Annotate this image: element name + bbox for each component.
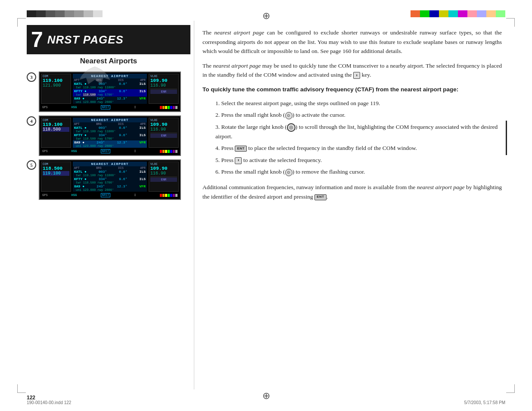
step-3-text: 3. Rotate the large right knob (◎) to sc… bbox=[215, 124, 498, 140]
screen5-8a9: 8A9 ● 243° 12.3° VFR uni 123.000 rwy 260… bbox=[73, 184, 147, 192]
bar-col-9 bbox=[486, 10, 496, 17]
screen4-wrapper: 4 COM 119.100 118.500 NEAREST AIRPORT AP… bbox=[27, 115, 190, 156]
screen4-8a9: 8A9 ● 243° 12.3° VFR uni 123.000 rwy 260… bbox=[73, 140, 147, 148]
bar-seg-5 bbox=[65, 10, 74, 17]
step-6-text: 6. Press the small right knob (⊙) to rem… bbox=[215, 168, 365, 175]
screen3-color-bar bbox=[160, 106, 177, 109]
screen3-kfty-sub: twr 118.500 rwy 5700' bbox=[74, 93, 146, 97]
chapter-number: 7 bbox=[27, 29, 47, 50]
screen3-vloc-active: 109.90 bbox=[150, 78, 177, 83]
step-circle-3: 3 bbox=[27, 72, 36, 82]
footer-right: 5/7/2003, 5:17:58 PM bbox=[464, 400, 505, 405]
corner-mark-tl bbox=[17, 18, 26, 27]
step-4: 4. Press ENT to place the selected frequ… bbox=[215, 143, 502, 153]
chapter-header: 7 NRST PAGES bbox=[27, 25, 190, 54]
step-6: 6. Press the small right knob (⊙) to rem… bbox=[215, 167, 502, 177]
screen4-bottom: GPS HSG NRST I bbox=[41, 149, 179, 154]
footer-left: 190-00140-00.indd 122 bbox=[27, 400, 71, 405]
bar-seg-1 bbox=[27, 10, 36, 17]
right-edge-marker bbox=[506, 121, 507, 155]
screen3-com-block: COM 119.100 121.900 bbox=[41, 74, 71, 104]
screen4-kfty: KFTY ● 334° 9.6° ILS twr 118.500 rwy 570… bbox=[73, 133, 147, 140]
screen5-wrapper: 5 COM 118.500 119.100 NEAREST AIRPORT AP… bbox=[27, 159, 190, 200]
screen5-com-block: COM 118.500 119.100 bbox=[41, 162, 71, 192]
ent-button-4: ENT bbox=[235, 146, 247, 152]
flip-key-icon-5: ↕ bbox=[235, 157, 242, 164]
small-knob-icon-2: ⊙ bbox=[285, 112, 292, 119]
screen3-8a9-sub: uni 123.000 rwy 2600' bbox=[74, 100, 146, 104]
airplane-graphic bbox=[78, 65, 112, 86]
screen3-kfty: KFTY ● 334° 9.6° ILS twr 118.500 rwy 570… bbox=[73, 89, 147, 97]
screen4-vloc-block: VLOC 109.90 116.90 ENR bbox=[149, 118, 179, 148]
bar-col-3 bbox=[429, 10, 439, 17]
gps-screen-5: COM 118.500 119.100 NEAREST AIRPORT APT … bbox=[39, 159, 181, 200]
bar-col-10 bbox=[496, 10, 505, 17]
screen3-katl-sub: twr 119.100 rwy 11800' bbox=[74, 86, 146, 89]
screen4-freqs: COM 119.100 118.500 NEAREST AIRPORT APT … bbox=[41, 118, 179, 148]
screen3-8a9: 8A9 ● 243° 12.3° VFR uni 123.000 rwy 260… bbox=[73, 97, 147, 104]
bar-seg-8 bbox=[93, 10, 103, 17]
chapter-title: NRST PAGES bbox=[47, 33, 124, 47]
bar-seg-3 bbox=[46, 10, 55, 17]
bar-col-1 bbox=[411, 10, 420, 17]
small-knob-icon-6: ⊙ bbox=[285, 169, 292, 176]
step-4-text: 4. Press ENT to place the selected frequ… bbox=[215, 145, 417, 151]
step-1-text: 1. Select the nearest airport page, usin… bbox=[215, 100, 380, 106]
step-2-text: 2. Press the small right knob (⊙) to act… bbox=[215, 112, 345, 118]
corner-mark-tr bbox=[506, 18, 515, 27]
screen3-kfty-main: KFTY ● 334° 9.6° ILS bbox=[74, 89, 146, 93]
screen3-enr: ENR bbox=[150, 89, 177, 94]
bar-seg-6 bbox=[74, 10, 84, 17]
right-panel: The nearest airport page can be configur… bbox=[202, 28, 502, 201]
gps-screen-4: COM 119.100 118.500 NEAREST AIRPORT APT … bbox=[39, 115, 181, 156]
bar-seg-2 bbox=[36, 10, 46, 17]
screen5-bottom: GPS HSG NRST I bbox=[41, 193, 179, 198]
ent-button-final: ENT bbox=[314, 194, 327, 200]
screen3-com-label: COM bbox=[43, 75, 69, 78]
bar-seg-7 bbox=[84, 10, 93, 17]
screen3-vloc-standby: 116.90 bbox=[150, 83, 177, 88]
screen4-com-block: COM 119.100 118.500 bbox=[41, 118, 71, 148]
step-3: 3. Rotate the large right knob (◎) to sc… bbox=[215, 122, 502, 141]
screen3-bottom: GPS HSG NRST I bbox=[41, 105, 179, 110]
header-crosshair: ⊕ bbox=[262, 10, 270, 22]
bar-col-6 bbox=[458, 10, 467, 17]
left-panel: 7 NRST PAGES Nearest Airports 3 COM 119.… bbox=[27, 25, 190, 203]
step-1: 1. Select the nearest airport page, usin… bbox=[215, 99, 502, 108]
screen5-apt-panel: NEAREST AIRPORT APT BRG DIS APR KATL ● 0… bbox=[73, 162, 147, 192]
step-5: 5. Press ↕ to activate the selected freq… bbox=[215, 156, 502, 165]
bar-col-4 bbox=[439, 10, 448, 17]
paragraph-1: The nearest airport page can be configur… bbox=[202, 28, 502, 56]
corner-mark-br bbox=[506, 384, 515, 393]
page-number: 122 bbox=[27, 395, 35, 401]
screen3-com-active: 119.100 bbox=[43, 78, 69, 83]
paragraph-2: The nearest airport page may be used to … bbox=[202, 61, 502, 80]
footer-crosshair: ⊕ bbox=[262, 390, 270, 402]
step-2: 2. Press the small right knob (⊙) to act… bbox=[215, 110, 502, 120]
paragraph-3: Additional communication frequencies, ru… bbox=[202, 183, 502, 201]
screen3-com-standby: 121.900 bbox=[43, 83, 69, 88]
bar-col-7 bbox=[467, 10, 477, 17]
screen4-katl: KATL ● 003° 0.0° ILS twr 119.100 rwy 118… bbox=[73, 126, 147, 133]
bar-col-5 bbox=[448, 10, 458, 17]
bar-seg-4 bbox=[55, 10, 65, 17]
screen4-apt-panel: NEAREST AIRPORT APT BRG DIS APR KATL ● 0… bbox=[73, 118, 147, 148]
color-bar-right bbox=[411, 10, 505, 17]
bar-col-8 bbox=[477, 10, 486, 17]
bold-intro: To quickly tune the common traffic advis… bbox=[202, 85, 502, 94]
screen5-freqs: COM 118.500 119.100 NEAREST AIRPORT APT … bbox=[41, 162, 179, 192]
screen5-kfty: KFTY ● 334° 9.6° ILS twr 118.500 rwy 570… bbox=[73, 177, 147, 184]
step-circle-5: 5 bbox=[27, 160, 36, 170]
screen3-vloc-label: VLOC bbox=[150, 75, 177, 78]
steps-list: 1. Select the nearest airport page, usin… bbox=[215, 99, 502, 177]
vertical-divider bbox=[194, 21, 194, 389]
large-knob-icon-3: ◎ bbox=[287, 123, 296, 132]
chapter-subtitle: Nearest Airports bbox=[27, 57, 190, 65]
screen5-vloc-block: VLOC 109.90 116.90 ENR bbox=[149, 162, 179, 192]
bar-col-2 bbox=[420, 10, 429, 17]
screen3-8a9-main: 8A9 ● 243° 12.3° VFR bbox=[74, 97, 146, 100]
screen3-vloc-block: VLOC 109.90 116.90 ENR bbox=[149, 74, 179, 104]
screen5-katl: KATL ● 003° 0.0° ILS twr 119.100 rwy 118… bbox=[73, 170, 147, 177]
flip-key-icon: ↕ bbox=[353, 72, 360, 79]
step-5-text: 5. Press ↕ to activate the selected freq… bbox=[215, 157, 322, 163]
